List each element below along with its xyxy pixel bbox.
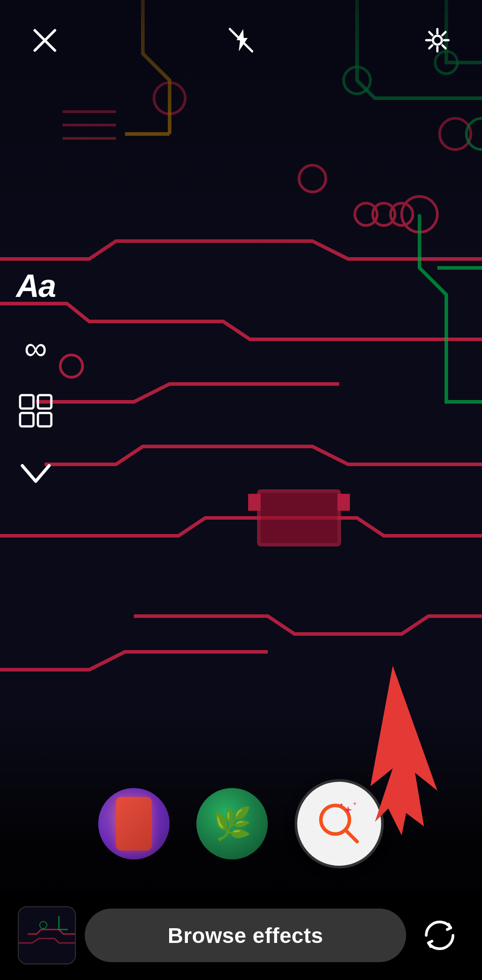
effects-row	[0, 761, 482, 882]
svg-rect-26	[20, 413, 33, 426]
close-button[interactable]	[27, 22, 62, 58]
more-tools-button[interactable]	[18, 455, 54, 491]
purple-effect-button[interactable]	[98, 788, 170, 859]
svg-rect-3	[339, 496, 348, 509]
green-effect-button[interactable]	[196, 788, 268, 859]
svg-rect-30	[19, 907, 75, 963]
svg-rect-27	[38, 413, 51, 426]
svg-rect-24	[20, 395, 33, 409]
svg-rect-25	[38, 395, 51, 409]
gallery-thumbnail[interactable]	[18, 906, 76, 964]
svg-line-29	[345, 830, 357, 842]
left-toolbar: Aa ∞	[18, 268, 54, 491]
top-bar	[0, 0, 482, 71]
layout-tool-button[interactable]	[18, 393, 54, 429]
bottom-bar: Browse effects	[0, 891, 482, 980]
search-effect-icon	[315, 799, 364, 848]
browse-effects-circle-button[interactable]	[295, 779, 384, 868]
svg-rect-1	[259, 491, 339, 545]
settings-icon[interactable]	[420, 22, 455, 58]
svg-rect-2	[250, 496, 259, 509]
flip-camera-button[interactable]	[415, 911, 464, 960]
boomerang-tool-button[interactable]: ∞	[18, 330, 54, 366]
browse-effects-label: Browse effects	[168, 923, 323, 948]
text-tool-button[interactable]: Aa	[18, 268, 54, 304]
flash-off-icon[interactable]	[223, 22, 259, 58]
browse-effects-button[interactable]: Browse effects	[85, 909, 406, 962]
svg-point-23	[433, 36, 442, 45]
